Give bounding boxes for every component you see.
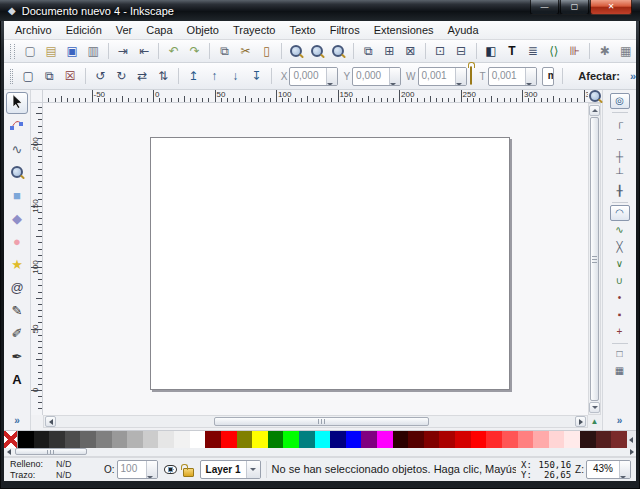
zoom-to-selection-button[interactable] — [287, 42, 306, 61]
align-distribute-dialog-button[interactable]: ⊪ — [565, 42, 584, 61]
menu-archivo[interactable]: Archivo — [8, 22, 59, 38]
fill-and-stroke-dialog-button[interactable]: ◧ — [481, 42, 500, 61]
palette-swatch[interactable] — [174, 431, 190, 448]
raise-to-top-button[interactable]: ↥ — [184, 67, 203, 86]
rectangle-tool-button[interactable]: ■ — [6, 184, 28, 206]
palette-swatch[interactable] — [283, 431, 299, 448]
maximize-button[interactable]: ▢ — [560, 0, 589, 15]
snap-path-intersections-button[interactable]: ╳ — [610, 239, 630, 255]
open-document-button[interactable]: ▤ — [42, 42, 61, 61]
menu-edicin[interactable]: Edición — [59, 22, 109, 38]
duplicate-button[interactable]: ⧉ — [359, 42, 378, 61]
layer-lock-button[interactable] — [183, 463, 194, 477]
toolbar-grip[interactable] — [10, 69, 13, 84]
snapbar-overflow-button[interactable]: » — [617, 415, 623, 426]
ruler-corner-zoom-icon[interactable] — [588, 90, 601, 103]
snap-grids-button[interactable]: ▦ — [610, 363, 630, 379]
xml-editor-button[interactable]: ⟨⟩ — [544, 42, 563, 61]
flip-horizontal-button[interactable]: ⇄ — [133, 67, 152, 86]
pencil-tool-button[interactable]: ✎ — [6, 299, 28, 321]
scroll-left-button[interactable] — [45, 416, 56, 427]
palette-swatch[interactable] — [96, 431, 112, 448]
select-all-in-all-layers-button[interactable]: ⧉ — [40, 67, 59, 86]
group-objects-button[interactable]: ⊡ — [431, 42, 450, 61]
snap-paths-button[interactable]: ∿ — [610, 222, 630, 238]
palette-end-arrow-button[interactable] — [627, 431, 636, 448]
horizontal-ruler[interactable]: -50050100150200250300350 — [43, 90, 588, 103]
snap-bbox-edge-midpoints-button[interactable]: ┴ — [610, 166, 630, 182]
snap-enable-button[interactable]: ◎ — [610, 93, 630, 109]
print-document-button[interactable]: ▥ — [84, 42, 103, 61]
canvas[interactable] — [43, 103, 588, 415]
lock-ratio-button[interactable] — [470, 67, 472, 85]
rotate-90-cw-button[interactable]: ↻ — [112, 67, 131, 86]
palette-swatch[interactable] — [127, 431, 143, 448]
palette-scrollbar[interactable] — [4, 448, 636, 457]
ellipse-tool-button[interactable]: ● — [6, 230, 28, 252]
snap-bounding-box-button[interactable]: ┌ — [610, 115, 630, 131]
menu-objeto[interactable]: Objeto — [180, 22, 226, 38]
minimize-button[interactable]: — — [530, 0, 559, 15]
ungroup-objects-button[interactable]: ⊟ — [452, 42, 471, 61]
layer-visibility-button[interactable] — [164, 465, 177, 474]
palette-swatch[interactable] — [502, 431, 518, 448]
palette-swatch[interactable] — [34, 431, 50, 448]
copy-button[interactable]: ⧉ — [215, 42, 234, 61]
palette-swatch[interactable] — [18, 431, 34, 448]
toolbox-overflow-button[interactable]: » — [14, 415, 20, 426]
palette-swatch[interactable] — [361, 431, 377, 448]
menu-ayuda[interactable]: Ayuda — [441, 22, 486, 38]
palette-swatch[interactable] — [299, 431, 315, 448]
lower-button[interactable]: ↓ — [226, 67, 245, 86]
palette-swatch[interactable] — [393, 431, 409, 448]
zoom-tool-button[interactable] — [6, 161, 28, 183]
palette-swatch[interactable] — [346, 431, 362, 448]
vertical-scroll-thumb[interactable] — [590, 117, 599, 401]
palette-swatch[interactable] — [143, 431, 159, 448]
snap-page-border-button[interactable]: □ — [610, 346, 630, 362]
palette-swatch[interactable] — [533, 431, 549, 448]
snap-smooth-nodes-button[interactable]: ∪ — [610, 273, 630, 289]
palette-swatch[interactable] — [455, 431, 471, 448]
palette-swatch[interactable] — [190, 431, 206, 448]
palette-swatch[interactable] — [205, 431, 221, 448]
select-all-button[interactable]: ▢ — [19, 67, 38, 86]
palette-swatch[interactable] — [486, 431, 502, 448]
snap-line-midpoints-button[interactable]: • — [610, 290, 630, 306]
toolbar-overflow-button[interactable]: » — [630, 70, 636, 82]
box3d-tool-button[interactable]: ◆ — [6, 207, 28, 229]
inkscape-preferences-button[interactable]: ✱ — [595, 42, 614, 61]
save-document-button[interactable]: ▣ — [63, 42, 82, 61]
flip-vertical-button[interactable]: ⇅ — [154, 67, 173, 86]
lower-to-bottom-button[interactable]: ↧ — [247, 67, 266, 86]
menu-extensiones[interactable]: Extensiones — [367, 22, 441, 38]
height-spinner[interactable]: 0,001 — [488, 67, 537, 86]
palette-swatch[interactable] — [439, 431, 455, 448]
zoom-to-drawing-button[interactable] — [308, 42, 327, 61]
node-tool-button[interactable] — [6, 115, 28, 137]
color-management-toggle[interactable]: ▲ — [588, 415, 601, 428]
palette-swatch[interactable] — [80, 431, 96, 448]
layers-dialog-button[interactable]: ≣ — [523, 42, 542, 61]
bezier-tool-button[interactable]: ✐ — [6, 322, 28, 344]
palette-swatch[interactable] — [549, 431, 565, 448]
y-position-spinner[interactable]: 0,000 — [352, 67, 401, 86]
palette-swatch[interactable] — [518, 431, 534, 448]
redo-button[interactable]: ↷ — [185, 42, 204, 61]
create-clone-button[interactable]: ⊞ — [380, 42, 399, 61]
palette-swatch[interactable] — [49, 431, 65, 448]
palette-swatch[interactable] — [112, 431, 128, 448]
new-document-button[interactable]: ▢ — [21, 42, 40, 61]
paste-button[interactable]: ▯ — [257, 42, 276, 61]
palette-swatch[interactable] — [65, 431, 81, 448]
palette-swatch[interactable] — [471, 431, 487, 448]
tweak-tool-button[interactable]: ∿ — [6, 138, 28, 160]
snap-cusp-nodes-button[interactable]: ∨ — [610, 256, 630, 272]
layer-dropdown-button[interactable] — [246, 461, 260, 478]
snap-rotation-centers-button[interactable]: + — [610, 324, 630, 340]
snap-bbox-corners-button[interactable]: ┼ — [610, 149, 630, 165]
cut-button[interactable]: ✂ — [236, 42, 255, 61]
menu-texto[interactable]: Texto — [282, 22, 322, 38]
opacity-spinner[interactable]: 100 — [117, 460, 158, 479]
vertical-scrollbar[interactable] — [588, 103, 601, 415]
